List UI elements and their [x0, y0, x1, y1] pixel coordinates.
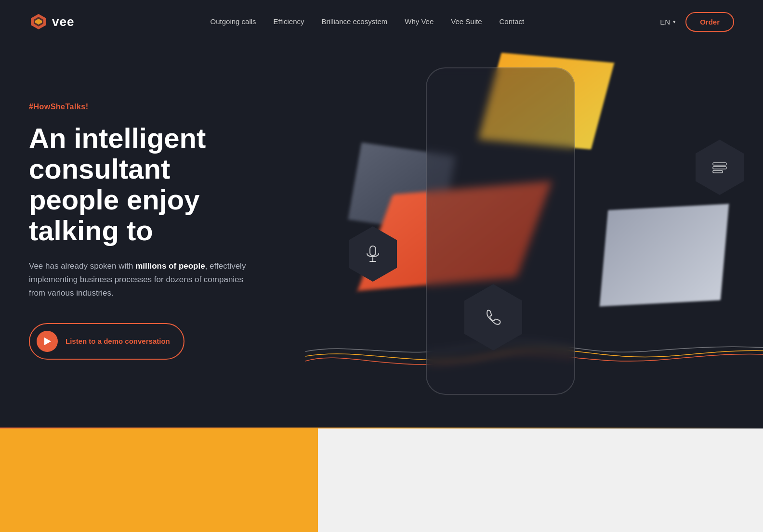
chevron-down-icon: ▾	[673, 19, 676, 25]
nav-links: Outgoing calls Efficiency Brilliance eco…	[210, 17, 525, 26]
mic-icon	[365, 245, 381, 263]
demo-button-label: Listen to a demo conversation	[66, 337, 170, 346]
vee-logo-icon	[29, 12, 48, 31]
bottom-light-section	[318, 428, 763, 532]
silver-shape	[600, 204, 729, 306]
logo-link[interactable]: vee	[29, 12, 74, 31]
mic-hex	[349, 226, 397, 282]
nav-brilliance-ecosystem[interactable]: Brilliance ecosystem	[322, 17, 388, 26]
language-button[interactable]: EN ▾	[660, 18, 676, 26]
hero-desc-plain: Vee has already spoken with	[29, 261, 135, 271]
hero-description: Vee has already spoken with millions of …	[29, 260, 250, 300]
nav-contact[interactable]: Contact	[499, 17, 524, 26]
hero-content: #HowSheTalks! An intelligent consultant …	[0, 74, 279, 398]
svg-rect-6	[713, 163, 726, 165]
demo-button[interactable]: Listen to a demo conversation	[29, 323, 184, 360]
nav-efficiency[interactable]: Efficiency	[274, 17, 304, 26]
list-icon	[711, 159, 728, 176]
play-icon	[44, 337, 51, 345]
logo-text: vee	[52, 14, 74, 29]
hero-title: An intelligent consultant people enjoy t…	[29, 123, 250, 246]
phone-hex-badge	[464, 284, 522, 350]
hero-visual	[329, 43, 763, 428]
play-circle	[37, 331, 58, 352]
hero-hashtag: #HowSheTalks!	[29, 103, 250, 111]
nav-right: EN ▾ Order	[660, 12, 734, 32]
hero-desc-highlight: millions of people	[135, 261, 205, 271]
list-hex	[696, 140, 744, 195]
nav-vee-suite[interactable]: Vee Suite	[451, 17, 482, 26]
phone-hex	[464, 284, 522, 350]
bottom-sections	[0, 428, 763, 532]
phone-icon	[484, 308, 503, 327]
bottom-yellow-section	[0, 428, 318, 532]
hero-divider	[0, 428, 763, 428]
svg-rect-3	[370, 246, 376, 256]
svg-rect-8	[713, 170, 723, 173]
list-hex-badge	[696, 140, 744, 195]
svg-rect-7	[713, 167, 726, 169]
nav-why-vee[interactable]: Why Vee	[405, 17, 434, 26]
order-button[interactable]: Order	[685, 12, 734, 32]
nav-outgoing-calls[interactable]: Outgoing calls	[210, 17, 256, 26]
mic-hex-badge	[349, 226, 397, 282]
lang-label: EN	[660, 18, 670, 26]
navbar: vee Outgoing calls Efficiency Brilliance…	[0, 0, 763, 43]
hero-section: #HowSheTalks! An intelligent consultant …	[0, 43, 763, 428]
